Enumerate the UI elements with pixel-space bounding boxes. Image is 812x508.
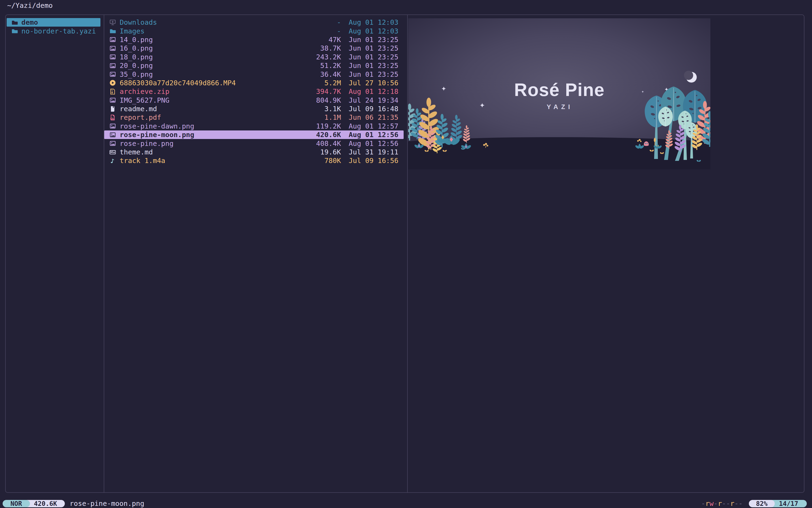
file-date: Jul 31 19:11: [348, 148, 398, 156]
file-name: 16_0.png: [120, 44, 317, 52]
image-icon: [109, 45, 116, 52]
image-icon: [109, 123, 116, 129]
image-icon: [109, 97, 116, 103]
file-row[interactable]: IMG_5627.PNG 804.9K Jul 24 19:34: [104, 96, 403, 104]
sidebar-item[interactable]: no-border-tab.yazi: [7, 27, 100, 35]
download-icon: [109, 19, 116, 26]
file-size: 119.2K: [316, 122, 341, 130]
file-row[interactable]: 14_0.png 47K Jun 01 23:25: [104, 35, 403, 44]
file-row[interactable]: 20_0.png 51.2K Jun 01 23:25: [104, 61, 403, 70]
image-icon: [109, 140, 116, 147]
file-size: 5.2M: [324, 79, 341, 87]
file-size: 408.4K: [316, 139, 341, 147]
file-date: Jul 27 10:56: [348, 79, 398, 87]
file-size: -: [337, 18, 341, 26]
zip-icon: [109, 88, 116, 95]
file-name: track 1.m4a: [120, 157, 321, 165]
file-size: 243.2K: [316, 53, 341, 61]
play-icon: [109, 79, 116, 86]
file-size: 47K: [329, 36, 341, 44]
folder-icon: [11, 28, 18, 35]
file-row[interactable]: 18_0.png 243.2K Jun 01 23:25: [104, 53, 403, 61]
file-name: readme.md: [120, 105, 321, 113]
file-name: 18_0.png: [120, 53, 313, 61]
file-size: 804.9K: [316, 96, 341, 104]
file-date: Aug 01 12:56: [348, 131, 398, 139]
file-row[interactable]: rose-pine.png 408.4K Aug 01 12:56: [104, 139, 403, 147]
image-icon: [109, 36, 116, 43]
file-size: 780K: [324, 157, 341, 165]
file-size: 19.6K: [320, 148, 341, 156]
file-name: rose-pine-dawn.png: [120, 122, 313, 130]
file-name: Downloads: [120, 18, 333, 26]
file-date: Jun 01 23:25: [348, 61, 398, 70]
file-size: 394.7K: [316, 87, 341, 95]
file-date: Aug 01 12:18: [348, 87, 398, 95]
mode-badge: NOR: [3, 500, 30, 507]
file-size: 420.6K: [316, 131, 341, 139]
file-name: 68863030a77d20c74049d866.MP4: [120, 79, 321, 87]
file-row[interactable]: archieve.zip 394.7K Aug 01 12:18: [104, 87, 403, 96]
file-row[interactable]: Images - Aug 01 12:03: [104, 27, 403, 35]
preview-subtitle: YAZI: [546, 103, 573, 111]
preview-image: Rosé Pine YAZI: [408, 18, 710, 169]
image-icon: [109, 131, 116, 138]
file-row[interactable]: 68863030a77d20c74049d866.MP4 5.2M Jul 27…: [104, 79, 403, 87]
file-name: IMG_5627.PNG: [120, 96, 313, 104]
image-icon: [109, 71, 116, 78]
file-name: Images: [120, 27, 333, 35]
file-size: 36.4K: [320, 70, 341, 78]
preview-pane: Rosé Pine YAZI: [408, 15, 804, 492]
file-row[interactable]: 16_0.png 38.7K Jun 01 23:25: [104, 44, 403, 52]
file-row[interactable]: rose-pine-moon.png 420.6K Aug 01 12:56: [104, 130, 403, 139]
file-icon: [109, 105, 116, 113]
file-size: 38.7K: [320, 44, 341, 52]
file-row[interactable]: track 1.m4a 780K Jul 09 16:56: [104, 156, 403, 165]
file-row[interactable]: Downloads - Aug 01 12:03: [104, 18, 403, 27]
image-icon: [109, 62, 116, 69]
file-name: archieve.zip: [120, 87, 313, 95]
file-name: 20_0.png: [120, 61, 317, 70]
file-row[interactable]: readme.md 3.1K Jul 09 16:48: [104, 104, 403, 113]
file-date: Aug 01 12:03: [348, 18, 398, 26]
file-name: 35_0.png: [120, 70, 317, 78]
file-row[interactable]: report.pdf 1.1M Jun 06 21:35: [104, 113, 403, 122]
file-date: Jul 09 16:48: [348, 105, 398, 113]
folder-icon: [11, 19, 18, 26]
status-bar: NOR 420.6K rose-pine-moon.png -rw-r--r--…: [0, 499, 812, 508]
file-date: Jul 09 16:56: [348, 157, 398, 165]
file-date: Aug 01 12:56: [348, 139, 398, 147]
file-name: theme.md: [120, 148, 317, 156]
preview-title: Rosé Pine: [514, 80, 605, 100]
file-date: Aug 01 12:57: [348, 122, 398, 130]
file-size: 3.1K: [324, 105, 341, 113]
file-date: Jun 01 23:25: [348, 70, 398, 78]
image-icon: [109, 53, 116, 60]
file-date: Aug 01 12:03: [348, 27, 398, 35]
file-date: Jul 24 19:34: [348, 96, 398, 104]
file-size: 51.2K: [320, 61, 341, 70]
file-size: -: [337, 27, 341, 35]
sidebar-item-label: demo: [21, 18, 38, 26]
file-name: rose-pine.png: [120, 139, 313, 147]
file-row[interactable]: theme.md 19.6K Jul 31 19:11: [104, 148, 403, 156]
sidebar-parent-pane: demo no-border-tab.yazi: [6, 15, 104, 492]
file-name: rose-pine-moon.png: [120, 131, 313, 139]
file-name: 14_0.png: [120, 36, 325, 44]
file-size: 1.1M: [324, 113, 341, 121]
file-date: Jun 01 23:25: [348, 36, 398, 44]
file-date: Jun 06 21:35: [348, 113, 398, 121]
md-icon: [109, 149, 116, 156]
sidebar-item[interactable]: demo: [7, 18, 100, 27]
file-row[interactable]: rose-pine-dawn.png 119.2K Aug 01 12:57: [104, 122, 403, 130]
pdf-icon: [109, 114, 116, 121]
scroll-percent-badge: 82%: [749, 500, 775, 507]
file-date: Jun 01 23:25: [348, 44, 398, 52]
status-filename: rose-pine-moon.png: [69, 500, 144, 508]
panes-container: demo no-border-tab.yazi Downloads - Aug …: [5, 14, 804, 493]
music-icon: [109, 157, 116, 164]
permissions-text: -rw-r--r--: [701, 500, 743, 508]
sidebar-item-label: no-border-tab.yazi: [21, 27, 96, 35]
file-row[interactable]: 35_0.png 36.4K Jun 01 23:25: [104, 70, 403, 78]
file-date: Jun 01 23:25: [348, 53, 398, 61]
